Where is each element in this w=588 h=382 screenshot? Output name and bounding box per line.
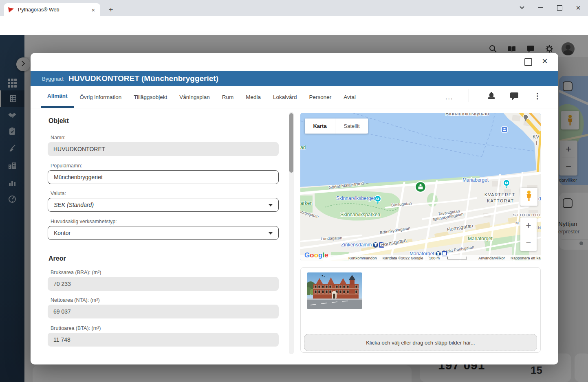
map-type-control: Karta Satellit	[305, 119, 368, 134]
map-label: Mariaberget	[462, 177, 489, 183]
pegman-control[interactable]	[520, 188, 537, 206]
entity-label: Byggnad:	[42, 76, 64, 82]
window-close-button[interactable]: ×	[571, 2, 585, 14]
tab-allmant[interactable]: Allmänt	[41, 86, 74, 108]
map-label: STOCKHOLM	[513, 213, 541, 217]
map-attribution: Kortkommandon Kartdata ©2022 Google 100 …	[300, 255, 541, 261]
tab-close-icon[interactable]: ×	[90, 7, 97, 13]
map-label: arken	[300, 200, 313, 206]
tab-personer[interactable]: Personer	[303, 86, 338, 108]
drop-zone-text: Klicka och välj eller drag och släpp bil…	[366, 340, 475, 346]
images-panel: Klicka och välj eller drag och släpp bil…	[300, 267, 541, 353]
terms-link[interactable]: Användarvillkor	[478, 256, 505, 260]
tab-media[interactable]: Media	[240, 86, 267, 108]
namn-field[interactable]	[48, 142, 279, 156]
bruttoarea-field[interactable]	[48, 333, 279, 347]
modal-maximize-button[interactable]	[523, 57, 533, 67]
browser-tab[interactable]: Pythagoras® Web ×	[4, 3, 100, 16]
map-label: KVARTERET	[484, 192, 515, 197]
tab-lokalvard[interactable]: Lokalvård	[267, 86, 303, 108]
keyboard-shortcuts-link[interactable]: Kortkommandon	[348, 256, 377, 260]
one-way-arrow-icon: ←	[365, 180, 370, 185]
tabbar-divider	[469, 89, 469, 102]
valuta-label: Valuta:	[51, 191, 66, 196]
modal-tab-bar: Allmänt Övrig information Tilläggsobjekt…	[31, 86, 558, 108]
bruksarea-label: Bruksarea (BRA): (m²)	[51, 270, 101, 275]
popularnamn-label: Populärnamn:	[51, 163, 82, 169]
modal-header: Byggnad: HUVUDKONTORET (Münchenbryggerie…	[31, 71, 558, 86]
chevron-down-icon	[269, 232, 273, 235]
new-tab-button[interactable]: +	[105, 4, 117, 15]
comment-icon[interactable]	[510, 92, 520, 102]
modal-close-icon[interactable]: ×	[540, 55, 550, 67]
scrollbar-thumb[interactable]	[289, 113, 293, 173]
map-label: KATTÖRAT	[487, 198, 514, 203]
tab-ovrig-information[interactable]: Övrig information	[74, 86, 128, 108]
favicon-pythagoras-icon	[7, 6, 15, 13]
map-label: I	[536, 141, 537, 146]
image-drop-zone[interactable]: Klicka och välj eller drag och släpp bil…	[304, 334, 537, 351]
building-modal: × Byggnad: HUVUDKONTORET (Münchenbrygger…	[31, 53, 558, 364]
map-data-text: Kartdata ©2022 Google	[383, 256, 423, 260]
bruksarea-field[interactable]	[48, 277, 279, 291]
building-photo[interactable]	[307, 272, 362, 309]
namn-label: Namn:	[51, 135, 66, 141]
nettoarea-field[interactable]	[48, 305, 279, 318]
verksamhetstyp-select[interactable]: Kontor	[48, 226, 279, 240]
map-label: Mariatorget	[468, 236, 493, 241]
tab-search-chevron-icon[interactable]	[515, 2, 529, 14]
verksamhetstyp-label: Huvudsaklig verksamhetstyp:	[51, 219, 117, 224]
areor-heading: Areor	[48, 255, 66, 262]
map-label: Riddarholmskyrkan	[445, 113, 489, 116]
bruttoarea-label: Bruttoarea (BTA): (m²)	[51, 325, 101, 331]
google-map[interactable]: Riddarholmskyrkan KV I ad Mariaberget KV…	[300, 113, 541, 261]
tunnelbana-icon: T	[373, 242, 378, 248]
map-label: ds	[538, 196, 541, 202]
map-type-karta-button[interactable]: Karta	[305, 119, 335, 134]
chevron-down-icon	[269, 204, 273, 206]
metro-station-label: ZinkensdammTM	[341, 242, 384, 248]
map-zoom-in-button[interactable]: +	[520, 217, 537, 234]
google-logo[interactable]: Google	[304, 251, 328, 259]
stamp-icon[interactable]	[487, 92, 497, 101]
window-maximize-button[interactable]	[553, 2, 566, 14]
objekt-heading: Objekt	[48, 117, 69, 125]
venue-marker-icon	[415, 182, 426, 192]
report-error-link[interactable]: Rapportera ett kartfel	[511, 256, 541, 260]
browser-toolbar: ← → ↻ pim.pythagoras.se/py_datamanager_s…	[0, 16, 588, 35]
tab-overflow-button[interactable]: ...	[445, 94, 453, 101]
map-label: M	[515, 221, 520, 225]
nettoarea-label: Nettoarea (NTA): (m²)	[51, 297, 100, 303]
pegman-icon	[525, 190, 533, 203]
verksamhetstyp-value: Kontor	[54, 230, 70, 236]
browser-tabstrip: Pythagoras® Web × + ×	[0, 0, 588, 16]
map-label: KV	[533, 134, 540, 140]
tab-avtal[interactable]: Avtal	[337, 86, 362, 108]
valuta-value: SEK (Standard)	[54, 202, 94, 208]
valuta-select[interactable]: SEK (Standard)	[48, 198, 279, 212]
map-zoom-out-button[interactable]: −	[520, 234, 537, 250]
tab-title: Pythagoras® Web	[18, 7, 90, 13]
map-type-satellit-button[interactable]: Satellit	[335, 119, 368, 134]
popularnamn-field[interactable]	[48, 170, 279, 184]
ferry-icon	[502, 127, 507, 132]
modal-title: HUVUDKONTORET (Münchenbryggeriet)	[68, 74, 218, 83]
tab-tillaggsobjekt[interactable]: Tilläggsobjekt	[128, 86, 173, 108]
map-label: Skinnarviksparken	[340, 212, 380, 217]
map-zoom-control: + −	[520, 217, 537, 251]
modal-kebab-menu-icon[interactable]: ⋮	[533, 91, 542, 102]
map-label: Skinnarviksberget	[336, 195, 375, 201]
tab-vaningsplan[interactable]: Våningsplan	[173, 86, 216, 108]
window-minimize-button[interactable]	[534, 2, 548, 14]
map-label: ad	[300, 145, 306, 150]
map-scale: 100 m	[429, 256, 473, 260]
tab-rum[interactable]: Rum	[216, 86, 240, 108]
modal-scrollbar[interactable]	[289, 112, 294, 354]
